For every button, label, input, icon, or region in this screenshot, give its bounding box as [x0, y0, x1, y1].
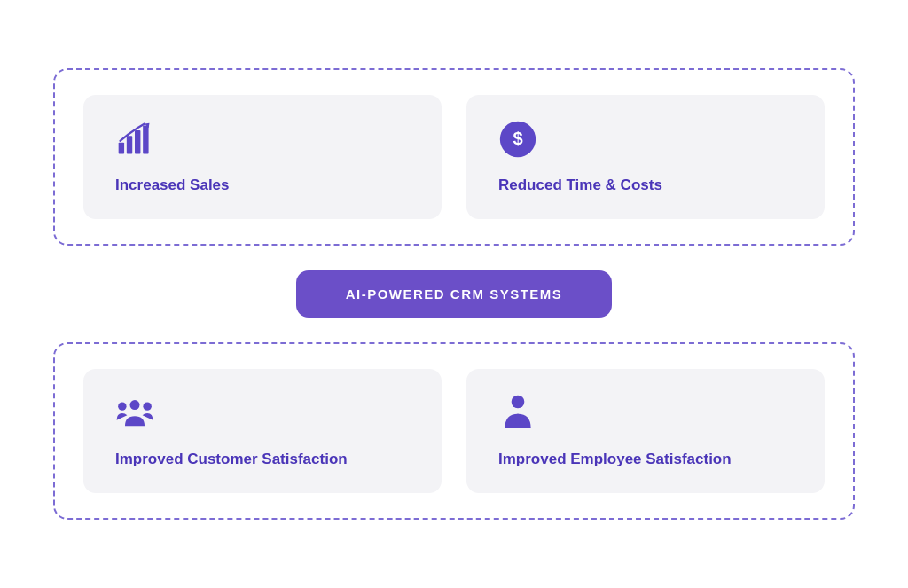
top-dashed-box: Increased Sales $ Reduced Time & Costs	[53, 68, 855, 246]
card-customer-satisfaction-label: Improved Customer Satisfaction	[115, 451, 348, 468]
card-reduced-costs: $ Reduced Time & Costs	[466, 95, 825, 219]
svg-rect-3	[143, 125, 148, 153]
chart-icon	[115, 120, 154, 164]
employee-icon	[498, 394, 537, 438]
svg-point-8	[143, 402, 151, 410]
main-container: Increased Sales $ Reduced Time & Costs A…	[0, 33, 908, 555]
card-increased-sales: Increased Sales	[83, 95, 442, 219]
svg-point-10	[512, 396, 525, 409]
crm-systems-button[interactable]: AI-POWERED CRM SYSTEMS	[296, 270, 613, 318]
card-reduced-costs-label: Reduced Time & Costs	[498, 176, 662, 194]
card-employee-satisfaction: Improved Employee Satisfaction	[466, 369, 825, 493]
svg-rect-0	[119, 143, 124, 154]
dollar-icon: $	[498, 120, 537, 164]
card-increased-sales-label: Increased Sales	[115, 176, 230, 194]
svg-text:$: $	[513, 129, 522, 148]
customers-icon	[115, 394, 154, 438]
top-cards-row: Increased Sales $ Reduced Time & Costs	[83, 95, 825, 219]
svg-rect-11	[516, 414, 521, 424]
bottom-cards-row: Improved Customer Satisfaction Improved …	[83, 369, 825, 493]
svg-rect-1	[127, 136, 132, 153]
card-customer-satisfaction: Improved Customer Satisfaction	[83, 369, 442, 493]
svg-point-9	[130, 400, 140, 410]
bottom-dashed-box: Improved Customer Satisfaction Improved …	[53, 342, 855, 520]
svg-point-7	[118, 402, 126, 410]
svg-rect-2	[135, 130, 140, 154]
card-employee-satisfaction-label: Improved Employee Satisfaction	[498, 451, 732, 468]
